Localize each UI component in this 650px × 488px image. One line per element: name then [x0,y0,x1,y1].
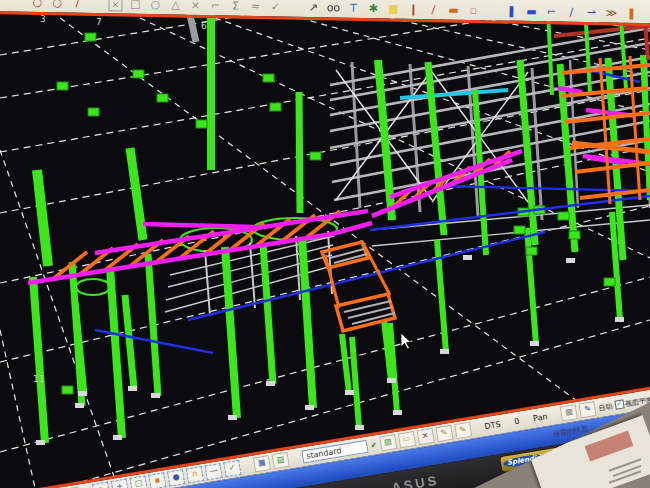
view-tool-icon[interactable]: oo [325,0,341,15]
snap-depth-auto[interactable]: 自动 [598,401,613,413]
beam-tool-icon[interactable]: ⇀ [583,5,599,20]
footing-block[interactable] [88,108,99,116]
magenta-beam[interactable] [143,224,256,227]
shape-tool-icon[interactable]: Σ [227,0,243,14]
green-column[interactable] [148,254,158,396]
footing-block[interactable] [310,152,321,160]
shape-tool-icon[interactable]: ≈ [247,0,263,14]
footing-block[interactable] [157,94,168,102]
base-plate[interactable] [305,405,314,410]
beam-tool-icon[interactable]: ≫ [603,5,619,20]
base-plate[interactable] [387,378,396,383]
grid-line[interactable] [0,38,650,152]
base-plate[interactable] [151,393,160,398]
view-tool-icon[interactable]: ▫ [465,3,481,18]
footing-block[interactable] [263,74,274,82]
rack-post[interactable] [205,250,210,316]
base-plate[interactable] [345,390,354,395]
footing-block[interactable] [558,212,569,220]
base-plate[interactable] [113,435,122,440]
edit-mode-icon[interactable]: ✎ [454,422,472,439]
view-tool-icon[interactable]: ↗ [305,0,321,15]
edit-tool-icon[interactable]: ∕ [69,0,85,11]
edit-mode-icon[interactable]: ▨ [379,434,397,451]
status-tool-icon[interactable]: ▩ [560,404,578,421]
shape-tool-icon[interactable]: × [107,0,123,11]
snap-setting-icon[interactable]: ● [167,469,185,486]
base-plate[interactable] [440,349,449,354]
base-plate[interactable] [36,440,45,445]
green-column[interactable] [75,302,84,394]
footing-block[interactable] [604,278,615,286]
base-plate[interactable] [78,391,87,396]
base-plate[interactable] [266,381,275,386]
green-column[interactable] [37,170,48,266]
green-column[interactable] [643,55,650,200]
shape-tool-icon[interactable]: ○ [147,0,163,12]
green-column[interactable] [352,337,359,428]
snap-setting-icon[interactable]: ◆ [92,482,110,488]
base-plate[interactable] [463,255,472,260]
footing-block[interactable] [196,120,207,128]
rack-rail[interactable] [370,205,650,230]
green-column[interactable] [390,323,397,413]
grid-line[interactable] [0,150,118,488]
green-column[interactable] [302,238,313,408]
edit-mode-icon[interactable]: ✎ [435,425,453,442]
footing-block[interactable] [57,82,68,90]
snap-setting-icon[interactable]: — [204,463,222,480]
shape-tool-icon[interactable]: × [187,0,203,13]
shape-tool-icon[interactable]: ✓ [267,0,283,14]
beam-tool-icon[interactable]: ∕ [563,5,579,20]
footing-block[interactable] [526,247,537,255]
green-column[interactable] [125,295,134,389]
view-tool-icon[interactable]: T [345,1,361,16]
view-tool-icon[interactable]: ∕ [425,2,441,17]
green-column[interactable] [263,244,273,384]
view-tool-icon[interactable]: ▬ [445,2,461,17]
edit-mode-icon[interactable]: ✕ [416,428,434,445]
view-tool-icon[interactable]: ❙ [405,2,421,17]
base-plate[interactable] [530,341,539,346]
beam-tool-icon[interactable]: ❚ [503,4,519,19]
orange-beam[interactable] [630,56,640,200]
green-column[interactable] [527,228,536,344]
green-column[interactable] [342,334,349,393]
select-switch-icon[interactable]: ▧ [272,452,290,469]
snap-setting-icon[interactable]: + [111,478,129,488]
gray-post[interactable] [352,62,360,208]
base-plate[interactable] [393,410,402,415]
footing-block[interactable] [514,226,525,234]
green-column[interactable] [33,277,45,443]
status-tool-icon[interactable]: ✎ [579,401,597,418]
green-column[interactable] [299,92,300,213]
base-plate[interactable] [615,317,624,322]
footing-block[interactable] [270,103,281,111]
shape-tool-icon[interactable]: ⌐ [207,0,223,13]
shape-tool-icon[interactable]: □ [127,0,143,12]
beam-tool-icon[interactable]: ❚ [623,6,639,21]
snap-setting-icon[interactable]: □ [130,475,148,488]
green-column[interactable] [225,247,237,418]
base-plate[interactable] [128,386,137,391]
edit-tool-icon[interactable]: ○ [49,0,65,10]
base-plate[interactable] [228,415,237,420]
footing-block[interactable] [85,33,96,41]
select-switch-icon[interactable]: ▦ [253,455,271,472]
beam-tool-icon[interactable]: ⌐ [543,4,559,19]
edit-tool-icon[interactable]: ○ [29,0,45,10]
grid-line[interactable] [0,330,35,488]
view-tool-icon[interactable]: ✱ [365,1,381,16]
snap-setting-icon[interactable]: ▪ [148,472,166,488]
phase-ok-icon[interactable]: ✔ [370,440,378,450]
tank-ring[interactable] [76,279,110,295]
edit-mode-icon[interactable]: ▭ [398,431,416,448]
footing-block[interactable] [62,386,73,394]
green-column[interactable] [130,148,143,240]
snap-setting-icon[interactable]: ✓ [223,460,241,477]
base-plate[interactable] [566,258,575,263]
base-plate[interactable] [355,425,364,430]
beam-tool-icon[interactable]: ▬ [523,4,539,19]
green-column[interactable] [428,62,444,235]
green-column[interactable] [110,268,122,438]
